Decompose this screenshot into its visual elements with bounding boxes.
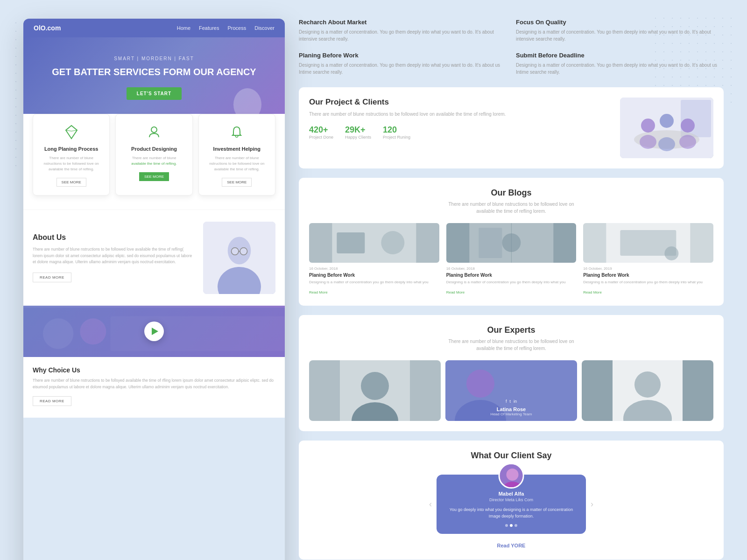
svg-point-12 [43, 318, 73, 349]
card3-title: Investment Helping [204, 146, 269, 152]
svg-point-21 [640, 135, 656, 149]
hero-subtitle: SMART | MORDERN | FAST [37, 56, 271, 61]
feature-item-1: Focus On Quality Designing is a matter o… [516, 19, 724, 42]
nav-links: Home Features Process Discover [177, 25, 275, 31]
why-read-more-button[interactable]: READ MORE [33, 396, 71, 406]
about-content: About Us There are number of blune nstru… [33, 233, 194, 282]
feature-2-title: Planing Before Work [299, 52, 507, 59]
svg-point-9 [240, 248, 247, 255]
testimonial-section: What Our Client Say ‹ Mabel Alfa Directo… [299, 441, 724, 560]
project-title: Our Project & Clients [309, 98, 611, 107]
stat-0-number: 420+ [309, 125, 333, 135]
blog-1-title: Planing Before Work [446, 273, 577, 278]
expert-featured-name: Latina Rose [497, 406, 526, 412]
feature-2-text: Designing is a matter of concentration. … [299, 62, 507, 76]
experts-subtitle: There are number of blune nstructions to… [309, 338, 713, 352]
blogs-header: Our Blogs There are number of blune nstr… [309, 188, 713, 215]
blog-0-read-more[interactable]: Read More [309, 290, 328, 294]
testimonial-prev[interactable]: ‹ [429, 499, 432, 509]
svg-point-22 [658, 137, 675, 151]
blog-card-0: 16 October, 2018 Planing Before Work Des… [309, 223, 439, 295]
service-cards: Long Planing Process There are number of… [23, 114, 285, 210]
expert-card-2 [582, 360, 713, 421]
about-title: About Us [33, 233, 194, 242]
testimonial-header: What Our Client Say [309, 451, 713, 461]
card2-text: There are number of blune available the … [121, 155, 186, 167]
hero-cta-button[interactable]: LET'S START [127, 87, 182, 100]
feature-item-3: Submit Before Deadline Designing is a ma… [516, 52, 724, 76]
svg-point-38 [466, 370, 494, 398]
blogs-grid: 16 October, 2018 Planing Before Work Des… [309, 223, 713, 295]
feature-0-title: Recharch About Market [299, 19, 507, 26]
video-section [23, 306, 285, 357]
svg-point-26 [381, 231, 404, 254]
blog-0-title: Planing Before Work [309, 273, 439, 278]
about-section: About Us There are number of blune nstru… [23, 210, 285, 306]
about-read-more-button[interactable]: READ MORE [33, 273, 71, 282]
why-section: Why Choice Us There are number of blune … [23, 357, 285, 418]
card1-title: Long Planing Process [39, 146, 104, 152]
testimonial-next[interactable]: › [591, 499, 593, 509]
stat-1-number: 29K+ [345, 125, 371, 135]
svg-point-18 [641, 119, 655, 133]
blog-2-image [583, 223, 713, 263]
card2-title: Product Designing [121, 146, 186, 152]
experts-grid: f t in Latina Rose Head Of Marketing Tea… [309, 360, 713, 421]
feature-1-text: Designing is a matter of concentration. … [516, 28, 724, 42]
testimonial-name: Mabel Alfa [448, 491, 574, 497]
play-button[interactable] [144, 322, 164, 341]
svg-rect-14 [111, 316, 285, 351]
stats-row: 420+ Project Done 29K+ Happy Clients 120… [309, 125, 611, 140]
svg-point-23 [679, 135, 696, 149]
why-text: There are number of blune nstructions to… [33, 378, 275, 390]
blog-1-read-more[interactable]: Read More [446, 290, 465, 294]
card-investment-helping: Investment Helping There are number of b… [198, 114, 275, 196]
card1-text: There are number of blune nstructions to… [39, 155, 104, 172]
stat-0-label: Project Done [309, 135, 333, 140]
card1-see-more[interactable]: SEE MORE [56, 178, 86, 187]
testimonial-dots [448, 524, 574, 527]
blog-1-image [446, 223, 577, 263]
blog-0-image [309, 223, 439, 263]
blogs-title: Our Blogs [309, 188, 713, 198]
project-subtitle: There are number of blune nstructions to… [309, 111, 611, 118]
nav-home[interactable]: Home [177, 25, 190, 31]
nav-features[interactable]: Features [199, 25, 219, 31]
features-grid: Recharch About Market Designing is a mat… [299, 19, 724, 78]
blog-2-title: Planing Before Work [583, 273, 713, 278]
experts-title: Our Experts [309, 325, 713, 335]
svg-point-19 [660, 114, 674, 128]
blog-card-2: 16 October, 2019 Planing Before Work Des… [583, 223, 713, 295]
about-image [203, 222, 275, 294]
site-logo: OlO.com [34, 24, 61, 32]
testimonial-avatar [499, 463, 524, 489]
feature-item-0: Recharch About Market Designing is a mat… [299, 19, 507, 42]
svg-point-35 [361, 372, 389, 400]
expert-card-0 [309, 360, 441, 421]
about-text: There are number of blune nstructions to… [33, 246, 194, 266]
person-icon [145, 123, 163, 141]
nav-discover[interactable]: Discover [254, 25, 275, 31]
diamond-icon [62, 123, 81, 141]
nav-process[interactable]: Process [227, 25, 246, 31]
site-navbar: OlO.com Home Features Process Discover [23, 19, 285, 37]
svg-point-44 [507, 469, 519, 481]
card-product-designing: Product Designing There are number of bl… [115, 114, 192, 196]
feature-0-text: Designing is a matter of concentration. … [299, 28, 507, 42]
blog-2-read-more[interactable]: Read More [583, 290, 602, 294]
project-image [620, 98, 713, 158]
testimonial-title: What Our Client Say [309, 451, 713, 461]
right-panel: Recharch About Market Designing is a mat… [299, 19, 724, 560]
blog-1-text: Designing is a matter of concentration y… [446, 280, 577, 285]
card3-see-more[interactable]: SEE MORE [222, 178, 252, 187]
testimonial-card: Mabel Alfa Director Meta Liks Com You go… [437, 475, 586, 534]
blogs-subtitle: There are number of blune nstructions to… [309, 201, 713, 215]
testimonial-role: Director Meta Liks Com [448, 497, 574, 502]
testimonial-text: You go deeply into what you designing is… [448, 507, 574, 519]
blog-2-date: 16 October, 2019 [583, 266, 713, 271]
svg-point-41 [634, 371, 661, 398]
card2-see-more[interactable]: SEE MORE [139, 172, 169, 181]
read-yore-link[interactable]: Read YORE [497, 543, 526, 548]
blog-2-text: Designing is a matter of concentration y… [583, 280, 713, 285]
experts-section: Our Experts There are number of blune ns… [299, 315, 724, 431]
